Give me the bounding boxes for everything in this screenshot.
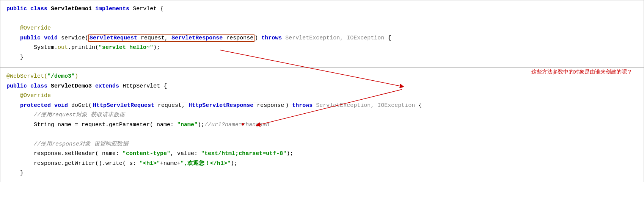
code-line-p2l6: String name = request.getParameter( name… bbox=[6, 120, 638, 130]
code-line-p1l4: public void service(ServletRequest reque… bbox=[6, 33, 638, 43]
code-line-p2l7 bbox=[6, 130, 638, 139]
code-line-p2l11: } bbox=[6, 168, 638, 178]
code-line-p2l8: //使用response对象 设置响应数据 bbox=[6, 139, 638, 149]
code-line-p1l5: System.out.println("servlet hello~"); bbox=[6, 43, 638, 53]
code-line-p2l9: response.setHeader( name: "content-type"… bbox=[6, 149, 638, 159]
code-panel-2: 这些方法参数中的对象是由谁来创建的呢？ @WebServlet("/demo3"… bbox=[0, 67, 644, 182]
main-container: public class ServletDemo1 implements Ser… bbox=[0, 0, 644, 182]
code-panel-1: public class ServletDemo1 implements Ser… bbox=[0, 0, 644, 68]
code-line-p2l3: @Override bbox=[6, 91, 638, 101]
code-line-p1l6: } bbox=[6, 53, 638, 63]
code-line-p1l3: @Override bbox=[6, 23, 638, 33]
code-line-p1l1: public class ServletDemo1 implements Ser… bbox=[6, 4, 638, 14]
code-line-p2l5: //使用request对象 获取请求数据 bbox=[6, 110, 638, 120]
code-line-p2l10: response.getWriter().write( s: "<h1>"+na… bbox=[6, 159, 638, 169]
code-line-p2l4: protected void doGet(HttpServletRequest … bbox=[6, 101, 638, 111]
code-line-p2l2: public class ServletDemo3 extends HttpSe… bbox=[6, 81, 638, 91]
annotation-label: 这些方法参数中的对象是由谁来创建的呢？ bbox=[531, 69, 632, 75]
code-line-p1l2 bbox=[6, 14, 638, 24]
